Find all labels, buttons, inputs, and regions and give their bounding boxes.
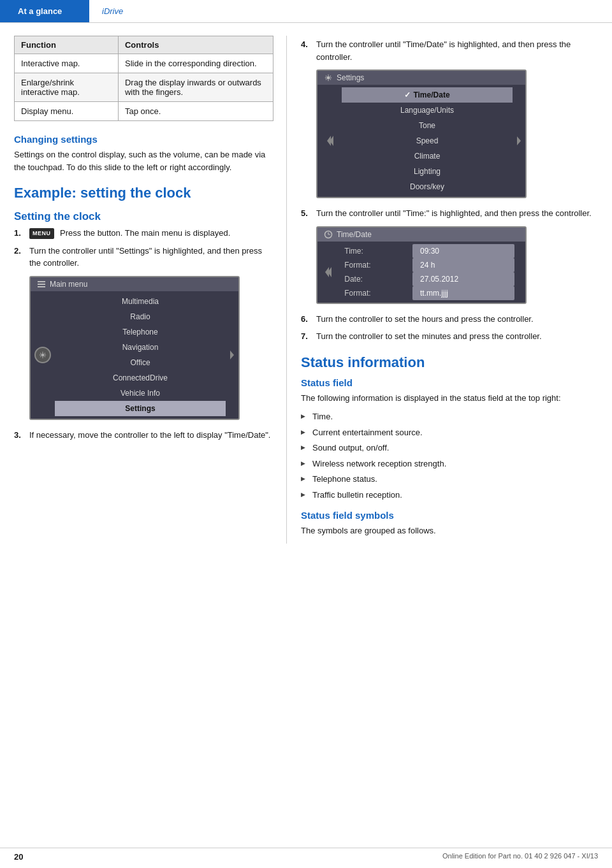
timedate-label: Date: — [338, 272, 412, 286]
svg-point-3 — [41, 353, 45, 356]
tab-at-a-glance[interactable]: At a glance — [0, 0, 89, 22]
bullet-arrow-icon: ▶ — [301, 444, 312, 452]
timedate-label: Format: — [338, 258, 412, 272]
status-item: ▶Time. — [301, 410, 599, 423]
step-6-text: Turn the controller to set the hours and… — [316, 313, 599, 326]
status-field-heading: Status field — [301, 377, 599, 388]
bullet-arrow-icon: ▶ — [301, 428, 312, 437]
changing-settings-heading: Changing settings — [14, 134, 273, 145]
main-menu-item: Telephone — [55, 324, 226, 340]
svg-point-5 — [327, 76, 330, 80]
table-row: Display menu.Tap once. — [15, 102, 273, 121]
status-information-heading: Status information — [301, 354, 599, 371]
page-number: 20 — [14, 852, 23, 862]
step-7-num: 7. — [301, 330, 316, 343]
bullet-arrow-icon: ▶ — [301, 475, 312, 484]
step-1: 1. MENU Press the button. The main menu … — [14, 227, 273, 240]
step-1-text: MENU Press the button. The main menu is … — [29, 227, 273, 240]
status-item: ▶Traffic bulletin reception. — [301, 489, 599, 502]
step-5: 5. Turn the controller until "Time:" is … — [301, 207, 599, 220]
step-2-num: 2. — [14, 245, 29, 257]
settings-menu-item: Language/Units — [342, 103, 513, 118]
svg-marker-13 — [328, 267, 332, 277]
step-2: 2. Turn the controller until "Settings" … — [14, 245, 273, 270]
main-menu-item: Settings — [55, 401, 226, 416]
header: At a glance iDrive — [0, 0, 612, 23]
svg-rect-2 — [38, 286, 45, 287]
controls-cell: Slide in the corresponding direction. — [118, 54, 273, 73]
svg-marker-7 — [330, 136, 333, 146]
main-menu-title: Main menu — [50, 280, 87, 289]
status-item: ▶Current entertainment source. — [301, 426, 599, 439]
settings-menu-item: ✓Time/Date — [342, 87, 513, 103]
example-section: Example: setting the clock Setting the c… — [14, 185, 273, 441]
menu-icon — [37, 280, 46, 289]
col-controls-header: Controls — [118, 36, 273, 54]
step-4-text: Turn the controller until "Time/Date" is… — [316, 38, 599, 63]
timedate-row: Date:27.05.2012 — [338, 272, 514, 286]
main-menu-screen: Main menu — [29, 276, 240, 420]
step-4: 4. Turn the controller until "Time/Date"… — [301, 38, 599, 63]
timedate-screen: Time/Date Time:09:30Format:24 hDate:27.0… — [316, 226, 527, 304]
right-arrow-icon — [229, 349, 235, 361]
timedate-value: 27.05.2012 — [412, 272, 514, 286]
timedate-value: 09:30 — [412, 244, 514, 258]
function-table: Function Controls Interactive map.Slide … — [14, 36, 273, 121]
main-menu-title-bar: Main menu — [31, 277, 238, 291]
right-steps-list-3: 6. Turn the controller to set the hours … — [301, 313, 599, 343]
timedate-label: Time: — [338, 244, 412, 258]
table-row: Interactive map.Slide in the correspondi… — [15, 54, 273, 73]
bullet-arrow-icon: ▶ — [301, 412, 312, 421]
controls-cell: Tap once. — [118, 102, 273, 121]
settings-screen: Settings ✓Time/DateLanguage/UnitsToneSpe… — [316, 69, 527, 198]
changing-settings-body: Settings on the control display, such as… — [14, 148, 273, 173]
settings-menu-item: Lighting — [342, 164, 513, 179]
bullet-arrow-icon: ▶ — [301, 491, 312, 500]
controls-cell: Drag the display inwards or outwards wit… — [118, 73, 273, 102]
status-item: ▶Telephone status. — [301, 473, 599, 486]
status-items-list: ▶Time.▶Current entertainment source.▶Sou… — [301, 410, 599, 501]
step-7: 7. Turn the controller to set the minute… — [301, 330, 599, 343]
function-cell: Enlarge/shrink interactive map. — [15, 73, 119, 102]
bullet-arrow-icon: ▶ — [301, 459, 312, 468]
main-menu-item: ConnectedDrive — [55, 370, 226, 386]
step-2-text: Turn the controller until "Settings" is … — [29, 245, 273, 270]
gear-icon — [38, 351, 47, 359]
step-3-num: 3. — [14, 429, 29, 442]
timedate-value: 24 h — [412, 258, 514, 272]
status-item-text: Current entertainment source. — [312, 426, 423, 439]
footer: 20 Online Edition for Part no. 01 40 2 9… — [0, 848, 612, 862]
right-steps-list: 4. Turn the controller until "Time/Date"… — [301, 38, 599, 63]
settings-menu-item: Doors/key — [342, 179, 513, 194]
timedate-row: Format:24 h — [338, 258, 514, 272]
right-steps-list-2: 5. Turn the controller until "Time:" is … — [301, 207, 599, 220]
main-menu-screen-wrapper: Main menu — [14, 276, 273, 420]
clock-icon — [324, 230, 333, 239]
step-6-num: 6. — [301, 313, 316, 326]
status-item-text: Time. — [312, 410, 333, 423]
main-menu-item: Multimedia — [55, 294, 226, 309]
step-5-num: 5. — [301, 207, 316, 220]
status-symbols-body: The symbols are grouped as follows. — [301, 524, 599, 537]
settings-right-arrow — [516, 135, 522, 147]
left-arrow-icon-2 — [327, 134, 335, 147]
step-7-text: Turn the controller to set the minutes a… — [316, 330, 599, 343]
status-field-body: The following information is displayed i… — [301, 392, 599, 405]
timedate-table: Time:09:30Format:24 hDate:27.05.2012Form… — [338, 244, 514, 300]
example-heading: Example: setting the clock — [14, 185, 273, 201]
status-item: ▶Sound output, on/off. — [301, 442, 599, 454]
settings-title-bar: Settings — [317, 71, 525, 85]
main-menu-items: MultimediaRadioTelephoneNavigationOffice… — [55, 291, 226, 419]
step-4-num: 4. — [301, 38, 316, 51]
status-item-text: Sound output, on/off. — [312, 442, 389, 454]
function-cell: Display menu. — [15, 102, 119, 121]
edition-text: Online Edition for Part no. 01 40 2 926 … — [442, 852, 598, 862]
settings-menu-item: Climate — [342, 148, 513, 164]
timedate-left-arrow-2 — [325, 266, 333, 278]
status-information-section: Status information Status field The foll… — [301, 354, 599, 537]
tab-idrive[interactable]: iDrive — [89, 0, 136, 22]
timedate-row: Format:tt.mm.jjjj — [338, 286, 514, 300]
main-menu-item: Radio — [55, 309, 226, 324]
function-cell: Interactive map. — [15, 54, 119, 73]
svg-marker-8 — [517, 136, 521, 145]
